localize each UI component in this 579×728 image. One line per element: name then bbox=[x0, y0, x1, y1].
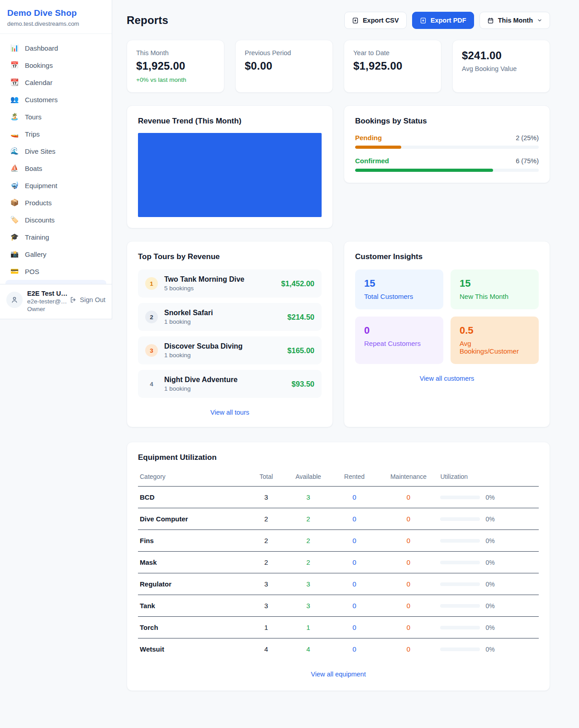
user-email: e2e-tester@… bbox=[27, 298, 65, 305]
users-icon: 👥 bbox=[10, 95, 19, 104]
island-icon: 🏝️ bbox=[10, 113, 19, 121]
customer-insights-card: Customer Insights 15Total Customers15New… bbox=[344, 241, 550, 427]
insight-value: 0.5 bbox=[460, 325, 530, 336]
equipment-row: Wetsuit44000% bbox=[138, 638, 539, 660]
status-bar-track bbox=[355, 169, 539, 172]
stat-delta: +0% vs last month bbox=[136, 76, 215, 83]
utilization-bar bbox=[440, 648, 480, 651]
equipment-cell-rented: 0 bbox=[330, 595, 378, 617]
equipment-table: CategoryTotalAvailableRentedMaintenanceU… bbox=[138, 468, 539, 660]
sidebar-item-calendar[interactable]: 📆Calendar bbox=[5, 74, 106, 91]
view-all-tours-link[interactable]: View all tours bbox=[138, 409, 322, 416]
equipment-cell-available: 3 bbox=[286, 595, 330, 617]
sidebar-item-label: Trips bbox=[25, 130, 40, 138]
wave-icon: 🌊 bbox=[10, 147, 19, 155]
sidebar-item-bookings[interactable]: 📅Bookings bbox=[5, 57, 106, 74]
sidebar-item-dive-sites[interactable]: 🌊Dive Sites bbox=[5, 142, 106, 160]
view-all-customers-link[interactable]: View all customers bbox=[355, 375, 539, 382]
tour-bookings: 1 booking bbox=[164, 385, 285, 392]
page-title: Reports bbox=[127, 14, 168, 27]
sidebar-item-pos[interactable]: 💳POS bbox=[5, 263, 106, 280]
sidebar-item-label: Products bbox=[25, 199, 52, 207]
sidebar-item-discounts[interactable]: 🏷️Discounts bbox=[5, 211, 106, 228]
sidebar-item-boats[interactable]: ⛵Boats bbox=[5, 160, 106, 177]
equipment-utilization-card: Equipment Utilization CategoryTotalAvail… bbox=[127, 442, 550, 691]
equipment-col-utilization: Utilization bbox=[438, 468, 539, 487]
file-download-icon bbox=[352, 17, 359, 24]
sign-out-icon bbox=[70, 296, 77, 303]
equipment-cell-utilization: 0% bbox=[438, 508, 539, 530]
user-role: Owner bbox=[27, 306, 65, 312]
sidebar-item-tours[interactable]: 🏝️Tours bbox=[5, 108, 106, 125]
equipment-cell-available: 4 bbox=[286, 638, 330, 660]
insight-tiles: 15Total Customers15New This Month0Repeat… bbox=[355, 269, 539, 364]
sidebar-item-products[interactable]: 📦Products bbox=[5, 194, 106, 211]
tour-row[interactable]: 4Night Dive Adventure1 booking$93.50 bbox=[138, 370, 322, 398]
rank-badge: 4 bbox=[145, 378, 158, 390]
export-csv-button[interactable]: Export CSV bbox=[344, 12, 407, 29]
stat-label: Previous Period bbox=[245, 49, 323, 57]
equipment-row: BCD33000% bbox=[138, 487, 539, 508]
utilization-pct: 0% bbox=[485, 624, 494, 631]
stat-card: Year to Date$1,925.00 bbox=[344, 40, 441, 93]
status-rows: Pending2 (25%)Confirmed6 (75%) bbox=[355, 134, 539, 172]
equipment-col-available: Available bbox=[286, 468, 330, 487]
utilization-pct: 0% bbox=[485, 646, 494, 653]
export-pdf-button[interactable]: Export PDF bbox=[412, 12, 474, 29]
sidebar-item-equipment[interactable]: 🤿Equipment bbox=[5, 177, 106, 194]
tour-row[interactable]: 2Snorkel Safari1 booking$214.50 bbox=[138, 303, 322, 331]
insight-tile-avg-bookings-customer: 0.5Avg Bookings/Customer bbox=[451, 317, 539, 364]
utilization-pct: 0% bbox=[485, 515, 494, 523]
utilization-pct: 0% bbox=[485, 581, 494, 588]
tour-bookings: 1 booking bbox=[164, 318, 281, 325]
sidebar-item-gallery[interactable]: 📸Gallery bbox=[5, 246, 106, 263]
view-all-equipment-link[interactable]: View all equipment bbox=[138, 671, 539, 678]
sidebar-item-active-partial[interactable] bbox=[5, 280, 106, 284]
sidebar-item-customers[interactable]: 👥Customers bbox=[5, 91, 106, 108]
equipment-cell-available: 2 bbox=[286, 530, 330, 552]
tour-row[interactable]: 3Discover Scuba Diving1 booking$165.00 bbox=[138, 336, 322, 364]
equipment-cell-total: 1 bbox=[246, 617, 286, 638]
sidebar-item-label: Tours bbox=[25, 113, 42, 121]
revenue-trend-chart bbox=[138, 133, 322, 217]
sidebar-item-label: Boats bbox=[25, 165, 42, 172]
sidebar-item-trips[interactable]: 🚤Trips bbox=[5, 125, 106, 142]
customer-insights-title: Customer Insights bbox=[355, 252, 539, 261]
utilization-pct: 0% bbox=[485, 537, 494, 544]
equipment-row: Dive Computer22000% bbox=[138, 508, 539, 530]
insight-label: Total Customers bbox=[364, 293, 434, 300]
tour-bookings: 1 booking bbox=[164, 352, 281, 359]
period-dropdown[interactable]: This Month bbox=[479, 12, 550, 29]
sign-out-button[interactable]: Sign Out bbox=[70, 296, 105, 303]
stat-value: $1,925.00 bbox=[353, 60, 432, 72]
stat-value: $1,925.00 bbox=[136, 60, 215, 72]
equipment-cell-rented: 0 bbox=[330, 487, 378, 508]
sidebar-item-dashboard[interactable]: 📊Dashboard bbox=[5, 39, 106, 57]
equipment-cell-rented: 0 bbox=[330, 552, 378, 573]
speedboat-icon: 🚤 bbox=[10, 130, 19, 138]
equipment-cell-utilization: 0% bbox=[438, 638, 539, 660]
revenue-trend-card: Revenue Trend (This Month) bbox=[127, 105, 333, 228]
camera-icon: 📸 bbox=[10, 250, 19, 258]
sidebar: Demo Dive Shop demo.test.divestreams.com… bbox=[0, 0, 112, 319]
stat-label: Year to Date bbox=[353, 49, 432, 57]
equipment-cell-maintenance: 0 bbox=[379, 617, 439, 638]
insight-value: 15 bbox=[364, 278, 434, 289]
tour-bookings: 5 bookings bbox=[164, 285, 275, 292]
equipment-cell-rented: 0 bbox=[330, 573, 378, 595]
tour-row[interactable]: 1Two Tank Morning Dive5 bookings$1,452.0… bbox=[138, 269, 322, 298]
utilization-bar bbox=[440, 496, 480, 499]
sidebar-item-training[interactable]: 🎓Training bbox=[5, 228, 106, 246]
equipment-col-rented: Rented bbox=[330, 468, 378, 487]
sidebar-item-label: Training bbox=[25, 233, 49, 241]
equipment-cell-category: Tank bbox=[138, 595, 246, 617]
rank-badge: 2 bbox=[145, 311, 158, 323]
equipment-table-header: CategoryTotalAvailableRentedMaintenanceU… bbox=[138, 468, 539, 487]
shop-name: Demo Dive Shop bbox=[7, 8, 104, 18]
rank-badge: 1 bbox=[145, 277, 158, 290]
sidebar-header: Demo Dive Shop demo.test.divestreams.com bbox=[0, 0, 112, 34]
tour-rows: 1Two Tank Morning Dive5 bookings$1,452.0… bbox=[138, 269, 322, 398]
credit-card-icon: 💳 bbox=[10, 267, 19, 275]
insight-value: 0 bbox=[364, 325, 434, 336]
equipment-cell-total: 2 bbox=[246, 508, 286, 530]
